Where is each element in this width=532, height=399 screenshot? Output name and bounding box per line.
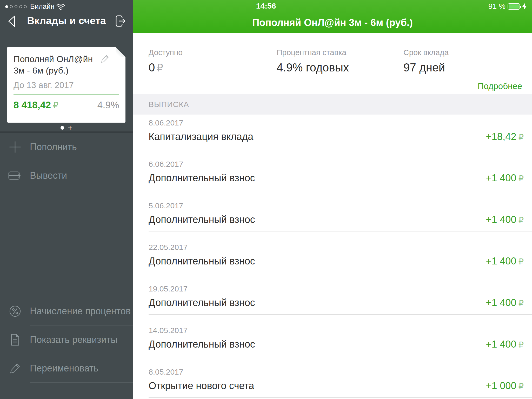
signal-dot-icon	[24, 5, 27, 8]
ruble-sign: ₽	[518, 132, 524, 142]
transaction-date: 14.05.2017	[149, 326, 524, 335]
wifi-icon	[56, 3, 65, 10]
transaction-title: Дополнительный взнос	[149, 256, 486, 267]
menu-item-requisites[interactable]: Показать реквизиты	[0, 325, 133, 354]
transaction-title: Открытие нового счета	[149, 380, 486, 391]
ruble-sign: ₽	[518, 215, 524, 225]
transaction-amount: +1 400₽	[486, 297, 524, 308]
ruble-sign: ₽	[518, 257, 524, 267]
summary-label: Доступно	[149, 48, 277, 57]
logout-icon[interactable]	[114, 15, 126, 28]
sidebar-title: Вклады и счета	[0, 15, 133, 26]
menu-item-withdraw[interactable]: Вывести	[0, 161, 133, 190]
transaction-row[interactable]: 14.05.2017 Дополнительный взнос +1 400₽	[133, 315, 532, 356]
signal-dot-icon	[5, 5, 8, 8]
transaction-title: Капитализация вклада	[149, 131, 486, 142]
summary-value: 0₽	[149, 61, 277, 74]
summary-available: Доступно 0₽	[149, 48, 277, 74]
transaction-row[interactable]: 8.06.2017 Капитализация вклада +18,42₽	[133, 115, 532, 148]
ruble-sign: ₽	[518, 174, 524, 183]
details-link[interactable]: Подробнее	[478, 81, 522, 91]
sidebar-menu-bottom: Начисление процентов Показать реквизиты	[0, 297, 133, 383]
card-pager: +	[0, 124, 133, 132]
signal-dot-icon	[19, 5, 22, 8]
summary-label: Срок вклада	[403, 48, 449, 57]
signal-dot-icon	[15, 5, 17, 8]
transaction-date: 8.05.2017	[149, 368, 524, 376]
edit-pencil-icon[interactable]	[101, 54, 109, 63]
card-fold-corner	[116, 47, 125, 57]
transaction-date: 6.06.2017	[149, 160, 524, 169]
card-divider	[14, 94, 119, 95]
card-rate: 4.9%	[97, 100, 119, 111]
sidebar: Билайн Вклады и счета	[0, 0, 133, 399]
deposit-summary: Доступно 0₽ Процентная ставка 4.9% годов…	[133, 33, 532, 94]
app-screen: Билайн Вклады и счета	[0, 0, 532, 399]
transaction-title: Дополнительный взнос	[149, 339, 486, 350]
summary-label: Процентная ставка	[277, 48, 403, 57]
summary-value: 97 дней	[403, 61, 449, 74]
ruble-sign: ₽	[518, 381, 524, 391]
transaction-row[interactable]: 6.06.2017 Дополнительный взнос +1 400₽	[133, 148, 532, 190]
deposit-card[interactable]: Пополняй ОнЛ@йн 3м - 6м (руб.) До 13 авг…	[7, 47, 125, 123]
add-card-button[interactable]: +	[68, 124, 72, 132]
transaction-amount: +1 000₽	[486, 380, 524, 391]
clock-label: 14:56	[256, 2, 276, 10]
summary-value: 4.9% годовых	[277, 61, 403, 74]
card-amount: 8 418,42	[14, 100, 51, 111]
carrier-label: Билайн	[30, 3, 55, 11]
pager-dot[interactable]	[61, 126, 64, 130]
signal-dot-icon	[10, 5, 13, 8]
sidebar-header: Вклады и счета	[0, 13, 133, 30]
sidebar-menu-top: Пополнить Вывести	[0, 133, 133, 190]
transaction-list: 8.06.2017 Капитализация вклада +18,42₽ 6…	[133, 115, 532, 398]
transaction-row[interactable]: 22.05.2017 Дополнительный взнос +1 400₽	[133, 231, 532, 273]
green-header: 14:56 91 % Пополняй ОнЛ@йн 3м - 6м (руб.…	[133, 0, 532, 33]
menu-item-deposit[interactable]: Пополнить	[0, 133, 133, 161]
card-amount-row: 8 418,42 ₽ 4.9%	[14, 100, 119, 111]
document-icon	[8, 333, 22, 347]
percent-icon	[8, 304, 22, 318]
transaction-amount: +1 400₽	[486, 256, 524, 267]
statement-section-header: ВЫПИСКА	[133, 94, 532, 115]
ruble-sign: ₽	[53, 100, 58, 110]
deposit-card-expiry: До 13 авг. 2017	[14, 80, 74, 90]
transaction-amount: +1 400₽	[486, 214, 524, 225]
transaction-row[interactable]: 19.05.2017 Дополнительный взнос +1 400₽	[133, 273, 532, 315]
charging-bolt-icon	[522, 3, 527, 10]
deposit-card-title: Пополняй ОнЛ@йн 3м - 6м (руб.)	[14, 53, 102, 76]
battery-percent-label: 91 %	[488, 2, 506, 11]
transaction-title: Дополнительный взнос	[149, 214, 486, 225]
transaction-date: 5.06.2017	[149, 201, 524, 210]
transaction-date: 22.05.2017	[149, 243, 524, 252]
ruble-sign: ₽	[518, 298, 524, 308]
status-bar-left: Билайн	[5, 3, 65, 11]
summary-rate: Процентная ставка 4.9% годовых	[277, 48, 403, 74]
transaction-title: Дополнительный взнос	[149, 297, 486, 308]
card-arrow-icon	[8, 169, 22, 182]
transaction-amount: +18,42₽	[486, 131, 524, 142]
transaction-amount: +1 400₽	[486, 339, 524, 350]
transaction-row[interactable]: 8.05.2017 Открытие нового счета +1 000₽	[133, 356, 532, 398]
ruble-sign: ₽	[156, 62, 163, 74]
transaction-amount: +1 400₽	[486, 172, 524, 184]
main-panel: 14:56 91 % Пополняй ОнЛ@йн 3м - 6м (руб.…	[133, 0, 532, 399]
transaction-title: Дополнительный взнос	[149, 172, 486, 184]
pencil-icon	[8, 362, 22, 375]
menu-item-interest[interactable]: Начисление процентов	[0, 297, 133, 325]
ruble-sign: ₽	[518, 340, 524, 350]
transaction-date: 19.05.2017	[149, 284, 524, 293]
page-title: Пополняй ОнЛ@йн 3м - 6м (руб.)	[133, 17, 532, 28]
battery-icon	[508, 3, 520, 10]
battery-status: 91 %	[488, 2, 527, 11]
menu-item-rename[interactable]: Переименовать	[0, 354, 133, 383]
summary-term: Срок вклада 97 дней	[403, 48, 449, 74]
plus-icon	[8, 140, 22, 154]
transaction-date: 8.06.2017	[149, 118, 524, 127]
transaction-row[interactable]: 5.06.2017 Дополнительный взнос +1 400₽	[133, 190, 532, 231]
